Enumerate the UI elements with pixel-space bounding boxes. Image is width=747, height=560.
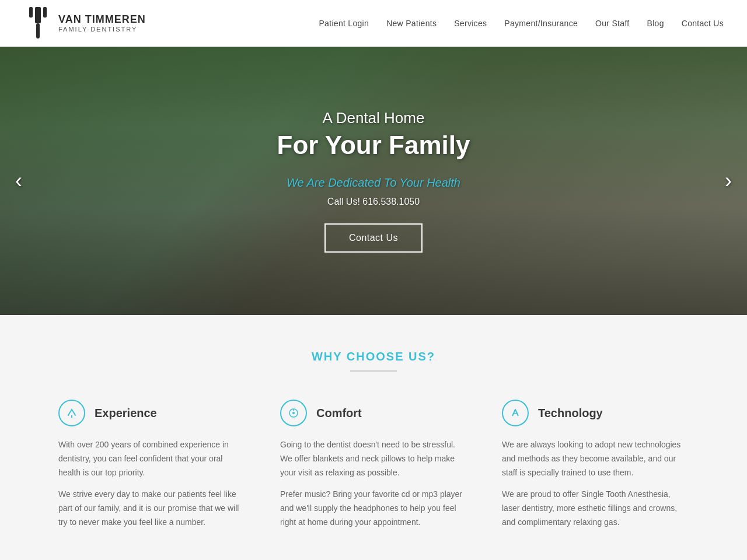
comfort-text: Going to the dentist doesn't need to be … — [280, 438, 467, 530]
why-columns: Experience With over 200 years of combin… — [53, 400, 694, 530]
hero-tagline: We Are Dedicated To Your Health — [277, 176, 470, 190]
brand-name: VAN TIMMEREN — [58, 13, 146, 26]
why-divider — [350, 370, 397, 372]
nav-item-patient-login[interactable]: Patient Login — [319, 18, 369, 29]
svg-point-5 — [292, 412, 295, 414]
logo-icon — [23, 6, 53, 41]
hero-subtitle: A Dental Home — [277, 109, 470, 127]
why-section: WHY CHOOSE US? Experience With over 200 … — [0, 315, 747, 560]
experience-title: Experience — [95, 407, 157, 420]
nav-item-new-patients[interactable]: New Patients — [386, 18, 437, 29]
why-title: WHY CHOOSE US? — [23, 350, 724, 363]
why-col-technology-header: Technology — [502, 400, 689, 426]
experience-icon — [58, 400, 85, 426]
why-col-experience-header: Experience — [58, 400, 245, 426]
logo-text: VAN TIMMEREN FAMILY DENTISTRY — [58, 13, 146, 34]
svg-rect-3 — [36, 23, 40, 38]
logo[interactable]: VAN TIMMEREN FAMILY DENTISTRY — [23, 6, 146, 41]
nav-item-contact[interactable]: Contact Us — [682, 18, 724, 29]
comfort-title: Comfort — [316, 407, 362, 420]
hero-next-arrow[interactable]: › — [715, 163, 741, 199]
comfort-icon — [280, 400, 307, 426]
why-col-comfort: Comfort Going to the dentist doesn't nee… — [280, 400, 467, 530]
nav-links: Patient Login New Patients Services Paym… — [319, 18, 724, 29]
why-col-experience: Experience With over 200 years of combin… — [58, 400, 245, 530]
navbar: VAN TIMMEREN FAMILY DENTISTRY Patient Lo… — [0, 0, 747, 47]
svg-rect-2 — [43, 7, 47, 18]
why-col-technology: Technology We are always looking to adop… — [502, 400, 689, 530]
hero-section: ‹ A Dental Home For Your Family We Are D… — [0, 47, 747, 315]
nav-item-staff[interactable]: Our Staff — [595, 18, 629, 29]
brand-sub: FAMILY DENTISTRY — [58, 26, 146, 33]
nav-item-payment[interactable]: Payment/Insurance — [504, 18, 578, 29]
hero-prev-arrow[interactable]: ‹ — [6, 163, 32, 199]
hero-phone: Call Us! 616.538.1050 — [277, 197, 470, 207]
svg-rect-1 — [29, 7, 33, 18]
hero-title: For Your Family — [277, 131, 470, 160]
hero-content: A Dental Home For Your Family We Are Ded… — [277, 109, 470, 253]
technology-title: Technology — [538, 407, 603, 420]
hero-cta-button[interactable]: Contact Us — [324, 223, 423, 253]
technology-text: We are always looking to adopt new techn… — [502, 438, 689, 530]
why-col-comfort-header: Comfort — [280, 400, 467, 426]
nav-item-blog[interactable]: Blog — [647, 18, 664, 29]
svg-rect-0 — [35, 7, 41, 23]
nav-item-services[interactable]: Services — [454, 18, 487, 29]
experience-text: With over 200 years of combined experien… — [58, 438, 245, 530]
technology-icon — [502, 400, 529, 426]
